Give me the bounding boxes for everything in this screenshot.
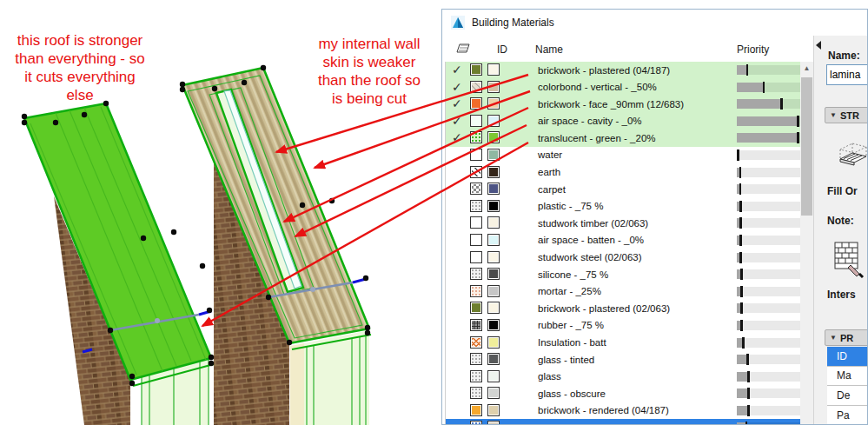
material-row[interactable]: silicone - _75 % (446, 266, 801, 283)
material-row[interactable]: earth (446, 164, 801, 182)
selection-handle[interactable] (287, 340, 292, 345)
collapse-panel-icon[interactable] (816, 41, 821, 50)
selection-handle[interactable] (22, 120, 27, 125)
cut-fill-swatch[interactable] (470, 421, 482, 425)
selection-handle[interactable] (82, 112, 87, 117)
intersection-brick-icon[interactable] (833, 239, 865, 279)
material-check[interactable]: ✓ (452, 96, 462, 110)
surface-swatch[interactable] (487, 353, 500, 365)
cut-fill-swatch[interactable] (470, 131, 482, 143)
material-row[interactable]: rubber - _75 % (446, 317, 801, 335)
surface-swatch[interactable] (487, 200, 500, 212)
selection-handle[interactable] (53, 120, 58, 125)
right-cream-wall[interactable] (290, 343, 304, 425)
surface-swatch[interactable] (487, 404, 500, 416)
priority-bar[interactable] (737, 218, 800, 228)
priority-bar[interactable] (737, 406, 800, 415)
priority-bar[interactable] (737, 303, 800, 313)
priority-bar[interactable] (737, 150, 800, 160)
surface-swatch[interactable] (487, 115, 500, 127)
cut-fill-swatch[interactable] (470, 63, 482, 76)
column-name[interactable]: Name (535, 43, 563, 56)
cut-fill-swatch[interactable] (470, 149, 482, 161)
material-check[interactable]: ✓ (452, 63, 462, 76)
priority-bar[interactable] (737, 388, 800, 398)
cut-fill-swatch[interactable] (470, 268, 482, 280)
surface-swatch[interactable] (487, 234, 500, 246)
property-row-id[interactable]: ID (827, 347, 868, 367)
selection-handle[interactable] (363, 276, 368, 281)
surface-swatch[interactable] (487, 251, 500, 263)
selection-handle[interactable] (209, 361, 214, 366)
cut-fill-swatch[interactable] (470, 302, 482, 314)
cut-fill-swatch[interactable] (470, 216, 482, 229)
material-row[interactable]: studwork timber (02/063) (446, 215, 801, 232)
selection-handle[interactable] (266, 295, 271, 300)
selection-handle[interactable] (171, 229, 176, 235)
surface-swatch[interactable] (487, 131, 500, 143)
cut-fill-swatch[interactable] (470, 81, 482, 93)
priority-bar[interactable] (737, 133, 800, 143)
cut-fill-swatch[interactable] (470, 97, 482, 110)
cut-fill-swatch[interactable] (470, 285, 482, 297)
selection-handle[interactable] (207, 308, 212, 313)
surface-swatch[interactable] (487, 387, 500, 399)
surface-swatch[interactable] (487, 285, 500, 297)
property-row-pa[interactable]: Pa (827, 406, 868, 425)
priority-bar[interactable] (737, 65, 800, 75)
selection-handle[interactable] (180, 87, 185, 92)
surface-swatch[interactable] (487, 302, 500, 314)
material-row[interactable]: glass (446, 369, 801, 386)
cut-fill-swatch[interactable] (470, 166, 482, 178)
selection-handle[interactable] (129, 374, 135, 379)
surface-swatch[interactable] (487, 183, 500, 195)
material-row[interactable]: water (446, 147, 801, 164)
selection-handle[interactable] (300, 203, 305, 208)
priority-bar[interactable] (737, 269, 800, 279)
selection-handle[interactable] (180, 82, 185, 87)
selection-handle[interactable] (261, 65, 266, 70)
cut-fill-swatch[interactable] (470, 319, 482, 331)
selection-handle[interactable] (242, 80, 247, 85)
selection-handle[interactable] (365, 325, 370, 330)
material-row[interactable]: ✓brickwork - plastered (04/187) (446, 62, 801, 79)
material-check[interactable]: ✓ (452, 80, 462, 94)
material-row[interactable]: ✓colorbond - vertical - _50% (446, 79, 801, 96)
name-input[interactable] (826, 64, 868, 85)
surface-swatch[interactable] (487, 97, 500, 110)
material-row[interactable]: ✓translucent - green - _20% (446, 129, 801, 147)
selection-handle[interactable] (200, 263, 205, 269)
column-priority[interactable]: Priority (737, 43, 769, 56)
material-row[interactable]: ✓air space - cavity - _0% (446, 113, 801, 130)
surface-swatch[interactable] (487, 149, 500, 161)
internal-wall-roof[interactable] (182, 68, 369, 343)
cut-fill-swatch[interactable] (470, 183, 482, 195)
section-structure[interactable]: ▼ STR (825, 107, 868, 123)
material-row[interactable]: carpet (446, 181, 801, 198)
material-check[interactable]: ✓ (452, 114, 462, 128)
priority-bar[interactable] (737, 202, 800, 211)
cut-fill-orientation-icon[interactable] (837, 138, 868, 168)
property-row-de[interactable]: De (827, 386, 868, 406)
surface-swatch[interactable] (487, 268, 500, 280)
cut-fill-swatch[interactable] (470, 336, 482, 349)
priority-bar[interactable] (737, 236, 800, 245)
scroll-up-icon[interactable]: ▲ (800, 62, 813, 75)
dialog-titlebar[interactable]: Building Materials (442, 10, 867, 36)
surface-swatch[interactable] (487, 216, 500, 229)
material-row[interactable]: plastic - _75 % (446, 198, 801, 216)
priority-bar[interactable] (737, 321, 800, 330)
priority-bar[interactable] (737, 253, 800, 262)
surface-swatch[interactable] (487, 81, 500, 93)
selection-handle[interactable] (209, 355, 214, 360)
cut-fill-swatch[interactable] (470, 115, 482, 127)
material-row[interactable]: air space - batten - _0% (446, 232, 801, 249)
material-check[interactable]: ✓ (452, 130, 462, 144)
priority-bar[interactable] (737, 184, 800, 194)
cut-fill-swatch[interactable] (470, 404, 482, 416)
surface-swatch[interactable] (487, 63, 500, 76)
cut-fill-swatch[interactable] (470, 387, 482, 399)
surface-swatch[interactable] (487, 336, 500, 349)
selection-handle[interactable] (141, 236, 146, 241)
selection-handle[interactable] (329, 198, 335, 203)
